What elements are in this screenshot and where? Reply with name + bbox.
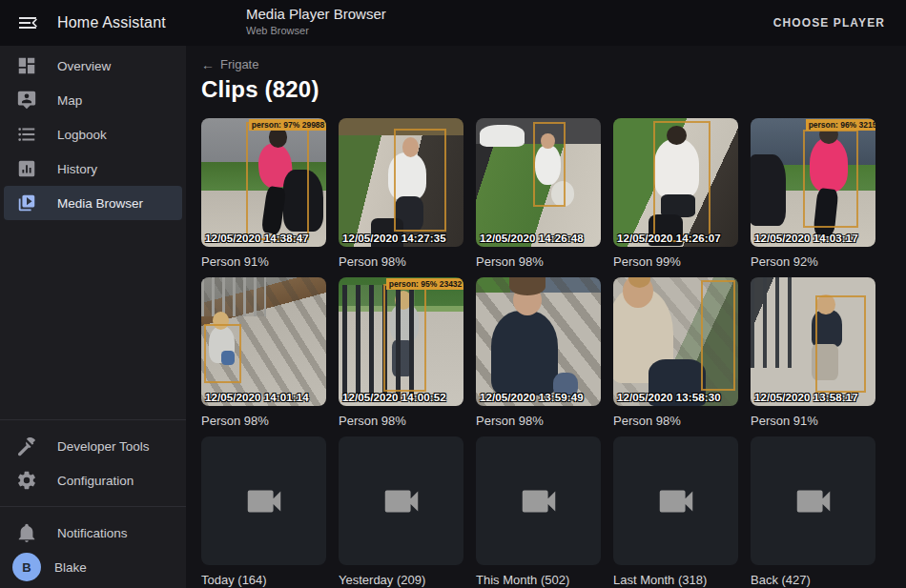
folder-card[interactable] — [751, 436, 875, 565]
sidebar-spacer — [0, 220, 186, 419]
detection-box — [246, 122, 309, 240]
back-label: Frigate — [220, 57, 258, 71]
clip-thumbnail[interactable]: 12/05/2020 13:58:30 — [613, 277, 738, 406]
clip-timestamp: 12/05/2020 14:26:07 — [617, 233, 721, 244]
sidebar-footer-group: Notifications B Blake — [0, 513, 186, 588]
clip-thumbnail[interactable]: 12/05/2020 14:01:14 — [201, 277, 326, 406]
clip-item[interactable]: person: 96% 3215412/05/2020 14:03:17Pers… — [751, 118, 875, 269]
clips-grid: person: 97% 2998812/05/2020 14:38:47Pers… — [201, 118, 891, 587]
gear-icon — [15, 469, 38, 492]
clip-label: Person 99% — [613, 254, 738, 269]
back-arrow-icon: ← — [201, 58, 215, 71]
clip-thumbnail[interactable]: 12/05/2020 13:59:49 — [476, 277, 601, 406]
folder-item[interactable]: Back (427) — [751, 436, 875, 587]
detection-box — [815, 295, 865, 394]
clip-thumbnail[interactable]: person: 96% 3215412/05/2020 14:03:17 — [751, 118, 875, 247]
clip-timestamp: 12/05/2020 14:03:17 — [754, 233, 858, 244]
logbook-icon — [15, 123, 38, 146]
folder-card[interactable] — [613, 436, 738, 565]
folder-item[interactable]: Yesterday (209) — [339, 436, 463, 587]
sidebar-tools-group: Developer ToolsConfiguration — [0, 426, 186, 497]
clip-label: Person 98% — [476, 254, 601, 269]
menu-icon[interactable] — [16, 11, 39, 34]
folder-label: This Month (502) — [476, 573, 601, 587]
sidebar-item-notifications[interactable]: Notifications — [4, 516, 182, 550]
folder-item[interactable]: This Month (502) — [476, 436, 601, 587]
video-icon — [380, 479, 423, 523]
sidebar-item-logbook[interactable]: Logbook — [4, 117, 182, 152]
folder-card[interactable] — [476, 436, 601, 565]
folder-item[interactable]: Today (164) — [201, 436, 326, 587]
clip-item[interactable]: person: 97% 2998812/05/2020 14:38:47Pers… — [201, 118, 326, 269]
clip-timestamp: 12/05/2020 13:59:49 — [480, 392, 584, 403]
clip-label: Person 98% — [476, 414, 601, 428]
app-title: Home Assistant — [57, 14, 166, 31]
topbar-title: Media Player Browser — [246, 6, 386, 24]
sidebar-item-map[interactable]: Map — [4, 83, 182, 117]
sidebar-item-configuration[interactable]: Configuration — [4, 463, 182, 497]
clip-thumbnail[interactable]: person: 97% 2998812/05/2020 14:38:47 — [201, 118, 326, 247]
avatar: B — [12, 553, 41, 581]
clip-thumbnail[interactable]: 12/05/2020 14:26:07 — [613, 118, 738, 247]
clip-thumbnail[interactable]: person: 95% 2343212/05/2020 14:00:52 — [339, 277, 463, 406]
clip-item[interactable]: 12/05/2020 13:58:17Person 91% — [751, 277, 875, 428]
clip-item[interactable]: 12/05/2020 14:26:48Person 98% — [476, 118, 601, 269]
clip-label: Person 98% — [339, 254, 463, 269]
history-icon — [15, 157, 38, 180]
sidebar-item-label: Overview — [57, 59, 111, 73]
clip-thumbnail[interactable]: 12/05/2020 14:27:35 — [339, 118, 463, 247]
folder-label: Last Month (318) — [613, 573, 738, 587]
clip-item[interactable]: 12/05/2020 14:01:14Person 98% — [201, 277, 326, 428]
folder-card[interactable] — [201, 436, 326, 565]
clip-timestamp: 12/05/2020 14:26:48 — [480, 233, 584, 244]
sidebar-item-user[interactable]: B Blake — [4, 550, 182, 584]
detection-box — [701, 280, 736, 391]
clip-label: Person 98% — [613, 414, 738, 428]
clip-item[interactable]: 12/05/2020 13:59:49Person 98% — [476, 277, 601, 428]
folder-label: Yesterday (209) — [339, 573, 463, 587]
sidebar-item-label: Map — [57, 93, 82, 108]
detection-tag: person: 96% 32154 — [806, 119, 875, 131]
sidebar-item-developer-tools[interactable]: Developer Tools — [4, 429, 182, 463]
video-icon — [792, 479, 835, 523]
scene-shape — [509, 277, 546, 295]
clip-timestamp: 12/05/2020 14:01:14 — [205, 392, 309, 403]
clip-item[interactable]: 12/05/2020 14:26:07Person 99% — [613, 118, 738, 269]
detection-box — [204, 324, 241, 383]
clip-timestamp: 12/05/2020 13:58:17 — [754, 392, 858, 403]
sidebar-divider — [0, 419, 186, 420]
topbar-subtitle: Web Browser — [246, 25, 386, 38]
scene-shape — [201, 277, 266, 316]
media-browser-content: ← Frigate Clips (820) person: 97% 299881… — [186, 46, 906, 588]
choose-player-button[interactable]: CHOOSE PLAYER — [768, 9, 891, 37]
detection-tag: person: 97% 29988 — [249, 119, 326, 131]
map-icon — [15, 89, 38, 112]
sidebar-item-label: Media Browser — [57, 196, 143, 211]
top-app-bar: Home Assistant Media Player Browser Web … — [0, 0, 906, 46]
sidebar-item-label: Logbook — [57, 128, 107, 142]
clip-thumbnail[interactable]: 12/05/2020 14:26:48 — [476, 118, 601, 247]
clip-timestamp: 12/05/2020 13:58:30 — [617, 392, 721, 403]
sidebar-main-group: OverviewMapLogbookHistoryMedia Browser — [0, 46, 186, 220]
sidebar-item-overview[interactable]: Overview — [4, 49, 182, 83]
clip-label: Person 91% — [751, 414, 875, 428]
sidebar-item-label: History — [57, 162, 97, 176]
clip-item[interactable]: person: 95% 2343212/05/2020 14:00:52Pers… — [339, 277, 463, 428]
scene-shape — [751, 277, 800, 368]
folder-card[interactable] — [339, 436, 463, 565]
scene-shape — [491, 311, 559, 395]
hammer-icon — [15, 435, 38, 457]
sidebar-item-media-browser[interactable]: Media Browser — [4, 186, 182, 220]
back-link[interactable]: ← Frigate — [201, 57, 258, 71]
detection-tag: person: 95% 23432 — [386, 278, 463, 290]
clip-thumbnail[interactable]: 12/05/2020 13:58:17 — [751, 277, 875, 406]
sidebar-item-history[interactable]: History — [4, 152, 182, 186]
clip-timestamp: 12/05/2020 14:00:52 — [342, 392, 446, 403]
folder-item[interactable]: Last Month (318) — [613, 436, 738, 587]
sidebar: OverviewMapLogbookHistoryMedia Browser D… — [0, 46, 186, 588]
clip-item[interactable]: 12/05/2020 14:27:35Person 98% — [339, 118, 463, 269]
bell-icon — [15, 521, 38, 544]
scene-shape — [480, 125, 525, 147]
clip-label: Person 92% — [751, 254, 875, 269]
clip-item[interactable]: 12/05/2020 13:58:30Person 98% — [613, 277, 738, 428]
